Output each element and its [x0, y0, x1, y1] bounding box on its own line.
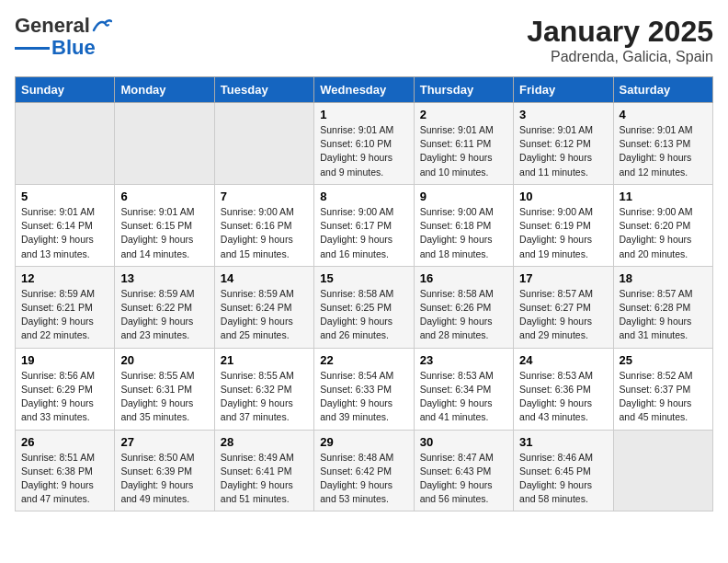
- day-number: 13: [120, 271, 208, 285]
- day-number: 27: [120, 435, 208, 449]
- day-number: 15: [320, 271, 407, 285]
- day-info: Sunrise: 8:58 AMSunset: 6:25 PMDaylight:…: [320, 287, 407, 343]
- calendar-week-row: 12Sunrise: 8:59 AMSunset: 6:21 PMDayligh…: [16, 266, 713, 348]
- calendar-week-row: 1Sunrise: 9:01 AMSunset: 6:10 PMDaylight…: [16, 103, 713, 185]
- day-info: Sunrise: 8:59 AMSunset: 6:24 PMDaylight:…: [221, 287, 308, 343]
- page-header: General Blue January 2025 Padrenda, Gali…: [15, 15, 713, 65]
- weekday-header-row: SundayMondayTuesdayWednesdayThursdayFrid…: [16, 77, 713, 103]
- day-info: Sunrise: 8:57 AMSunset: 6:28 PMDaylight:…: [620, 287, 707, 343]
- day-info: Sunrise: 9:01 AMSunset: 6:10 PMDaylight:…: [320, 123, 407, 179]
- calendar-cell: 22Sunrise: 8:54 AMSunset: 6:33 PMDayligh…: [314, 348, 414, 430]
- day-number: 2: [420, 108, 507, 121]
- weekday-header: Wednesday: [314, 77, 414, 103]
- calendar-cell: 25Sunrise: 8:52 AMSunset: 6:37 PMDayligh…: [613, 348, 712, 430]
- day-info: Sunrise: 8:50 AMSunset: 6:39 PMDaylight:…: [120, 451, 208, 507]
- day-number: 19: [21, 353, 108, 367]
- calendar-cell: 21Sunrise: 8:55 AMSunset: 6:32 PMDayligh…: [214, 348, 313, 430]
- calendar-week-row: 19Sunrise: 8:56 AMSunset: 6:29 PMDayligh…: [16, 348, 713, 430]
- day-info: Sunrise: 8:46 AMSunset: 6:45 PMDaylight:…: [519, 451, 607, 507]
- day-number: 3: [519, 108, 607, 121]
- calendar-week-row: 26Sunrise: 8:51 AMSunset: 6:38 PMDayligh…: [16, 430, 713, 511]
- calendar-cell: 6Sunrise: 9:01 AMSunset: 6:15 PMDaylight…: [115, 184, 214, 266]
- weekday-header: Tuesday: [214, 77, 313, 103]
- calendar-cell: 1Sunrise: 9:01 AMSunset: 6:10 PMDaylight…: [314, 103, 414, 185]
- day-info: Sunrise: 8:53 AMSunset: 6:36 PMDaylight:…: [519, 369, 607, 425]
- day-info: Sunrise: 8:55 AMSunset: 6:32 PMDaylight:…: [221, 369, 308, 425]
- calendar-cell: 15Sunrise: 8:58 AMSunset: 6:25 PMDayligh…: [314, 266, 414, 348]
- logo-blue-text: Blue: [51, 37, 96, 59]
- day-info: Sunrise: 8:52 AMSunset: 6:37 PMDaylight:…: [620, 369, 707, 425]
- day-number: 23: [420, 353, 507, 367]
- weekday-header: Monday: [115, 77, 214, 103]
- calendar-week-row: 5Sunrise: 9:01 AMSunset: 6:14 PMDaylight…: [16, 184, 713, 266]
- day-info: Sunrise: 8:54 AMSunset: 6:33 PMDaylight:…: [320, 369, 407, 425]
- calendar-cell: 3Sunrise: 9:01 AMSunset: 6:12 PMDaylight…: [514, 103, 613, 185]
- day-info: Sunrise: 8:49 AMSunset: 6:41 PMDaylight:…: [221, 451, 308, 507]
- calendar-cell: 30Sunrise: 8:47 AMSunset: 6:43 PMDayligh…: [414, 430, 513, 511]
- day-info: Sunrise: 8:48 AMSunset: 6:42 PMDaylight:…: [320, 451, 407, 507]
- weekday-header: Friday: [514, 77, 613, 103]
- day-info: Sunrise: 9:00 AMSunset: 6:17 PMDaylight:…: [320, 205, 407, 261]
- day-number: 6: [120, 190, 208, 203]
- weekday-header: Saturday: [613, 77, 712, 103]
- day-number: 21: [221, 353, 308, 367]
- day-info: Sunrise: 8:55 AMSunset: 6:31 PMDaylight:…: [120, 369, 208, 425]
- day-info: Sunrise: 8:58 AMSunset: 6:26 PMDaylight:…: [420, 287, 507, 343]
- logo-text: General: [15, 15, 90, 37]
- day-number: 24: [519, 353, 607, 367]
- day-info: Sunrise: 8:51 AMSunset: 6:38 PMDaylight:…: [21, 451, 108, 507]
- day-number: 29: [320, 435, 407, 449]
- calendar-cell: 19Sunrise: 8:56 AMSunset: 6:29 PMDayligh…: [16, 348, 115, 430]
- day-number: 12: [21, 271, 108, 285]
- calendar-cell: 14Sunrise: 8:59 AMSunset: 6:24 PMDayligh…: [214, 266, 313, 348]
- day-number: 26: [21, 435, 108, 449]
- calendar-cell: 8Sunrise: 9:00 AMSunset: 6:17 PMDaylight…: [314, 184, 414, 266]
- calendar-cell: 26Sunrise: 8:51 AMSunset: 6:38 PMDayligh…: [16, 430, 115, 511]
- day-info: Sunrise: 9:00 AMSunset: 6:19 PMDaylight:…: [519, 205, 607, 261]
- calendar-cell: 31Sunrise: 8:46 AMSunset: 6:45 PMDayligh…: [514, 430, 613, 511]
- day-info: Sunrise: 9:01 AMSunset: 6:11 PMDaylight:…: [420, 123, 507, 179]
- day-number: 14: [221, 271, 308, 285]
- day-info: Sunrise: 8:53 AMSunset: 6:34 PMDaylight:…: [420, 369, 507, 425]
- day-info: Sunrise: 9:01 AMSunset: 6:13 PMDaylight:…: [620, 123, 707, 179]
- day-info: Sunrise: 8:59 AMSunset: 6:21 PMDaylight:…: [21, 287, 108, 343]
- day-number: 4: [620, 108, 707, 121]
- calendar-table: SundayMondayTuesdayWednesdayThursdayFrid…: [15, 76, 713, 511]
- day-number: 5: [21, 190, 108, 203]
- day-number: 8: [320, 190, 407, 203]
- calendar-cell: [16, 103, 115, 185]
- day-number: 22: [320, 353, 407, 367]
- day-number: 31: [519, 435, 607, 449]
- day-number: 25: [620, 353, 707, 367]
- day-number: 28: [221, 435, 308, 449]
- calendar-cell: 2Sunrise: 9:01 AMSunset: 6:11 PMDaylight…: [414, 103, 513, 185]
- calendar-cell: 13Sunrise: 8:59 AMSunset: 6:22 PMDayligh…: [115, 266, 214, 348]
- calendar-cell: 4Sunrise: 9:01 AMSunset: 6:13 PMDaylight…: [613, 103, 712, 185]
- calendar-cell: 5Sunrise: 9:01 AMSunset: 6:14 PMDaylight…: [16, 184, 115, 266]
- day-info: Sunrise: 9:01 AMSunset: 6:14 PMDaylight:…: [21, 205, 108, 261]
- calendar-cell: 23Sunrise: 8:53 AMSunset: 6:34 PMDayligh…: [414, 348, 513, 430]
- day-number: 30: [420, 435, 507, 449]
- calendar-cell: 16Sunrise: 8:58 AMSunset: 6:26 PMDayligh…: [414, 266, 513, 348]
- calendar-cell: 7Sunrise: 9:00 AMSunset: 6:16 PMDaylight…: [214, 184, 313, 266]
- weekday-header: Sunday: [16, 77, 115, 103]
- calendar-cell: 10Sunrise: 9:00 AMSunset: 6:19 PMDayligh…: [514, 184, 613, 266]
- day-number: 7: [221, 190, 308, 203]
- day-info: Sunrise: 9:01 AMSunset: 6:12 PMDaylight:…: [519, 123, 607, 179]
- day-info: Sunrise: 8:47 AMSunset: 6:43 PMDaylight:…: [420, 451, 507, 507]
- calendar-cell: 17Sunrise: 8:57 AMSunset: 6:27 PMDayligh…: [514, 266, 613, 348]
- weekday-header: Thursday: [414, 77, 513, 103]
- day-number: 9: [420, 190, 507, 203]
- calendar-cell: 27Sunrise: 8:50 AMSunset: 6:39 PMDayligh…: [115, 430, 214, 511]
- logo-bird-icon: [92, 17, 112, 32]
- day-info: Sunrise: 8:59 AMSunset: 6:22 PMDaylight:…: [120, 287, 208, 343]
- day-number: 18: [620, 271, 707, 285]
- calendar-cell: 18Sunrise: 8:57 AMSunset: 6:28 PMDayligh…: [613, 266, 712, 348]
- day-number: 10: [519, 190, 607, 203]
- day-number: 16: [420, 271, 507, 285]
- day-info: Sunrise: 9:00 AMSunset: 6:18 PMDaylight:…: [420, 205, 507, 261]
- page-title: January 2025: [527, 15, 713, 49]
- calendar-cell: 28Sunrise: 8:49 AMSunset: 6:41 PMDayligh…: [214, 430, 313, 511]
- day-number: 1: [320, 108, 407, 121]
- calendar-cell: 9Sunrise: 9:00 AMSunset: 6:18 PMDaylight…: [414, 184, 513, 266]
